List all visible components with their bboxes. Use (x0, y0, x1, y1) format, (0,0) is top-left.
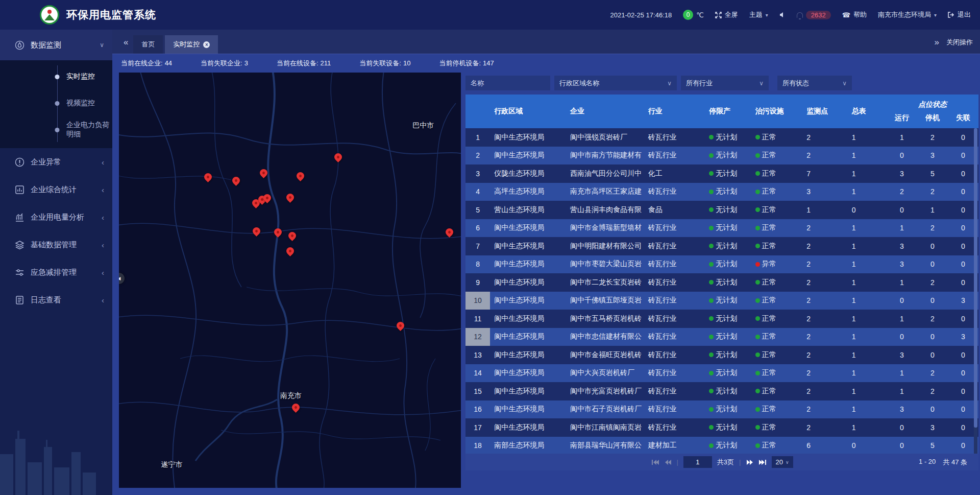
page-prev-button[interactable] (664, 459, 671, 465)
tab-实时监控[interactable]: 实时监控× (165, 35, 218, 54)
chevron-left-icon: ‹ (102, 213, 104, 222)
user-menu[interactable]: 南充市生态环境局 ▾ (878, 10, 937, 19)
table-row[interactable]: 10阆中生态环境局阆中千佛镇五郎垭页岩砖瓦行业无计划正常21003 (465, 292, 978, 310)
table-row[interactable]: 7阆中生态环境局阆中明阳建材有限公司砖瓦行业无计划正常21300 (465, 237, 978, 255)
cell-running: 1 (887, 382, 917, 400)
cell-running: 1 (887, 364, 917, 383)
map[interactable]: 巴中市南充市遂宁市 ◀ (119, 73, 461, 488)
tab-首页[interactable]: 首页 (133, 35, 163, 54)
table-row[interactable]: 13阆中生态环境局阆中市金福旺页岩机砖砖瓦行业无计划正常21300 (465, 346, 978, 364)
page-first-button[interactable] (651, 459, 659, 465)
logout-button[interactable]: 退出 (948, 10, 971, 19)
facility-status-text: 正常 (762, 387, 776, 396)
cell-industry: 砖瓦行业 (645, 328, 707, 346)
sidebar-item-企业综合统计[interactable]: 企业综合统计‹ (0, 176, 112, 203)
cell-running: 1 (887, 310, 917, 328)
cell-stopped: 0 (917, 328, 948, 346)
close-operations-button[interactable]: 关闭操作 (946, 38, 973, 47)
cell-stopped: 0 (917, 346, 948, 364)
cell-total-meters: 1 (846, 418, 887, 437)
status-dot-green-icon (755, 226, 760, 230)
tab-scroll-right-icon[interactable]: » (935, 37, 939, 48)
sidebar-item-应急减排管理[interactable]: 应急减排管理‹ (0, 258, 112, 286)
table-row[interactable]: 6阆中生态环境局阆中市金博瑞新型墙材砖瓦行业无计划正常21120 (465, 219, 978, 238)
sidebar-item-日志查看[interactable]: 日志查看‹ (0, 286, 112, 314)
table-row[interactable]: 2阆中生态环境局阆中市南方节能建材有砖瓦行业无计划正常21030 (465, 147, 978, 165)
cell-bureau: 营山生态环境局 (490, 201, 564, 219)
table-row[interactable]: 3仪陇生态环境局西南油气田分公司川中化工无计划正常71350 (465, 164, 978, 183)
cell-company: 阆中市江南镇阆南页岩 (564, 418, 645, 437)
page-range-label: 1 - 20 (919, 458, 936, 467)
table-row[interactable]: 17阆中生态环境局阆中市江南镇阆南页岩砖瓦行业无计划正常21030 (465, 418, 978, 437)
table-row[interactable]: 14阆中生态环境局阆中大兴页岩机砖厂砖瓦行业无计划正常21120 (465, 364, 978, 383)
facility-status-text: 正常 (762, 350, 776, 360)
table-row[interactable]: 11阆中生态环境局阆中市五马桥页岩机砖砖瓦行业无计划正常21120 (465, 310, 978, 328)
notification-count-badge[interactable]: 2632 (806, 11, 831, 19)
table-scrollbar[interactable] (974, 128, 977, 454)
filter-name-input[interactable] (465, 76, 550, 90)
cell-stopped: 3 (917, 418, 948, 437)
cell-industry: 砖瓦行业 (645, 346, 707, 364)
filter-status-value: 所有状态 (782, 79, 809, 88)
status-dot-green-icon (709, 244, 714, 248)
filter-status-select[interactable]: 所有状态 ∨ (777, 76, 852, 90)
help-button[interactable]: ☎ 帮助 (842, 10, 867, 19)
tab-scroll-left-icon[interactable]: « (124, 37, 128, 48)
sidebar-subitem-label: 企业电力负荷明细 (66, 121, 112, 139)
page-next-button[interactable] (746, 459, 753, 465)
cell-monitor-points: 1 (799, 201, 845, 219)
cell-company: 阆中市金福旺页岩机砖 (564, 346, 645, 364)
page-last-button[interactable] (758, 459, 766, 465)
row-index: 15 (465, 382, 490, 400)
table-row[interactable]: 15阆中生态环境局阆中市光富页岩机砖厂砖瓦行业无计划正常21120 (465, 382, 978, 400)
column-header-监测点: 监测点 (799, 95, 845, 128)
pagination-divider: | (676, 458, 678, 466)
filter-industry-select[interactable]: 所有行业 ∨ (681, 76, 769, 90)
stat-label: 当前在线设备: (277, 59, 318, 67)
row-index: 9 (465, 273, 490, 292)
table-row[interactable]: 12阆中生态环境局阆中市忠信建材有限公砖瓦行业无计划正常21003 (465, 328, 978, 346)
cell-bureau: 阆中生态环境局 (490, 273, 564, 292)
status-dot-green-icon (709, 371, 714, 375)
fullscreen-button[interactable]: 全屏 (715, 10, 738, 19)
filter-region-select[interactable]: 行政区域名称 ∨ (554, 76, 677, 90)
row-index: 5 (465, 201, 490, 219)
stat-value: 10 (403, 59, 410, 67)
table-row[interactable]: 8阆中生态环境局阆中市枣碧大梁山页岩砖瓦行业无计划异常21300 (465, 255, 978, 274)
audio-button[interactable] (779, 12, 786, 18)
sidebar-item-企业用电量分析[interactable]: 企业用电量分析‹ (0, 203, 112, 231)
table-row[interactable]: 16阆中生态环境局阆中市石子页岩机砖厂砖瓦行业无计划正常21300 (465, 400, 978, 419)
cell-company: 阆中市枣碧大梁山页岩 (564, 255, 645, 274)
stat-label: 当前失联企业: (201, 59, 242, 67)
table-row[interactable]: 18南部生态环境局南部县瑞华山河有限公建材加工无计划正常60050 (465, 437, 978, 454)
sidebar-item-实时监控[interactable]: 实时监控 (0, 63, 112, 90)
table-row[interactable]: 4高坪生态环境局南充市高坪区王家店建砖瓦行业无计划正常31220 (465, 183, 978, 201)
facility-status-text: 正常 (762, 278, 776, 287)
cell-industry: 砖瓦行业 (645, 147, 707, 165)
cell-total-meters: 1 (846, 273, 887, 292)
page-input[interactable] (683, 456, 712, 468)
table-row[interactable]: 5营山生态环境局营山县润丰肉食品有限食品无计划正常10010 (465, 201, 978, 219)
row-index: 3 (465, 164, 490, 183)
status-dot-green-icon (755, 407, 760, 412)
sidebar-item-企业异常[interactable]: 企业异常‹ (0, 148, 112, 176)
table-row[interactable]: 1阆中生态环境局阆中强锐页岩砖厂砖瓦行业无计划正常21120 (465, 128, 978, 147)
scrollbar-thumb[interactable] (974, 128, 977, 428)
sidebar-item-视频监控[interactable]: 视频监控 (0, 90, 112, 116)
status-dot-green-icon (709, 407, 714, 412)
chevron-down-icon: ∨ (658, 80, 672, 87)
sidebar-item-基础数据管理[interactable]: 基础数据管理‹ (0, 231, 112, 258)
cell-stop-status: 无计划 (707, 128, 753, 147)
cell-monitor-points: 2 (799, 364, 845, 383)
cell-stop-status: 无计划 (707, 382, 753, 400)
sidebar-item-企业电力负荷明细[interactable]: 企业电力负荷明细 (0, 116, 112, 143)
table-row[interactable]: 9阆中生态环境局阆中市二龙长宝页岩砖砖瓦行业无计划正常21120 (465, 273, 978, 292)
tab-close-icon[interactable]: × (203, 41, 210, 48)
page-size-select[interactable]: 20 ∨ (771, 456, 793, 468)
tab-bar: « 首页实时监控× » 关闭操作 (112, 30, 980, 54)
cell-stopped: 5 (917, 437, 948, 454)
cell-company: 阆中市忠信建材有限公 (564, 328, 645, 346)
theme-button[interactable]: 主题 ▾ (749, 10, 768, 19)
notification-area[interactable]: 2632 (797, 11, 831, 19)
nav-section-0[interactable]: 数据监测∨ (0, 30, 112, 60)
